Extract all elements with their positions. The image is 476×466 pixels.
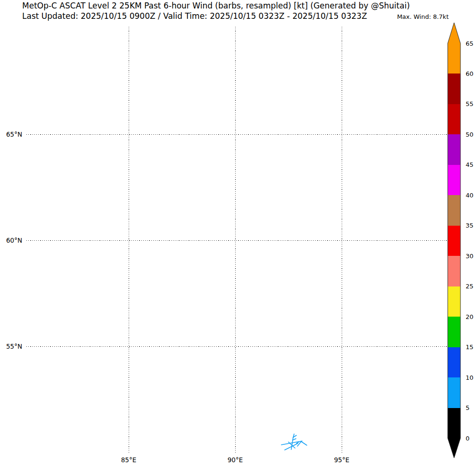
wind-barb-stroke xyxy=(288,442,295,448)
gridline-horizontal xyxy=(26,134,447,135)
colorbar-extend-over-arrow xyxy=(448,23,460,43)
colorbar-segment xyxy=(448,408,460,438)
colorbar-tick-label: 45 xyxy=(466,161,474,168)
colorbar-extend-under-arrow xyxy=(448,438,460,458)
wind-barb-stroke xyxy=(297,441,301,446)
colorbar-tick-label: 30 xyxy=(466,253,474,260)
colorbar-tick-label: 5 xyxy=(466,404,469,411)
gridline-vertical xyxy=(129,27,129,453)
wind-barb-stroke xyxy=(293,439,296,440)
colorbar-tick-label: 35 xyxy=(466,222,474,229)
wind-barb-stroke xyxy=(281,441,302,445)
colorbar-tick-label: 60 xyxy=(466,70,474,77)
wind-barbs-layer xyxy=(0,0,476,466)
colorbar-outline xyxy=(448,23,460,458)
colorbar-segment xyxy=(448,347,460,377)
colorbar-tick-label: 55 xyxy=(466,100,474,107)
chart-subtitle: Last Updated: 2025/10/15 0900Z / Valid T… xyxy=(22,11,367,21)
colorbar-segment xyxy=(448,226,460,256)
colorbar-segment xyxy=(448,134,460,164)
colorbar-segment xyxy=(448,286,460,317)
gridline-vertical xyxy=(235,27,236,453)
gridline-horizontal xyxy=(26,240,447,241)
colorbar-segment xyxy=(448,74,460,104)
colorbar-segment xyxy=(448,377,460,408)
max-wind-label: Max. Wind: 8.7kt xyxy=(397,13,449,20)
colorbar-tick-label: 0 xyxy=(466,435,469,442)
y-tick-label: 65°N xyxy=(0,130,22,139)
colorbar-segment xyxy=(448,43,460,74)
colorbar: 05101520253035404550556065 xyxy=(0,0,476,466)
x-tick-label: 90°E xyxy=(216,456,254,464)
x-tick-label: 85°E xyxy=(110,456,148,464)
wind-barb-stroke xyxy=(285,443,298,450)
y-tick-label: 55°N xyxy=(0,342,22,351)
colorbar-tick-label: 10 xyxy=(466,374,474,381)
gridline-horizontal xyxy=(26,346,447,347)
colorbar-tick-label: 65 xyxy=(466,40,474,47)
chart-title: MetOp-C ASCAT Level 2 25KM Past 6-hour W… xyxy=(22,1,410,11)
colorbar-tick-label: 15 xyxy=(466,343,474,351)
colorbar-tick-label: 40 xyxy=(466,192,474,199)
wind-barb-stroke xyxy=(301,441,307,445)
x-tick-label: 95°E xyxy=(323,456,361,464)
wind-barb-stroke xyxy=(293,435,296,437)
colorbar-tick-label: 50 xyxy=(466,131,474,138)
colorbar-segment xyxy=(448,317,460,347)
colorbar-segment xyxy=(448,195,460,225)
colorbar-segment xyxy=(448,256,460,286)
wind-barb-stroke xyxy=(291,437,293,450)
gridline-vertical xyxy=(342,27,342,453)
y-tick-label: 60°N xyxy=(0,236,22,245)
figure: MetOp-C ASCAT Level 2 25KM Past 6-hour W… xyxy=(0,0,476,466)
colorbar-tick-label: 20 xyxy=(466,313,474,320)
wind-barb-stroke xyxy=(293,434,294,438)
colorbar-segment xyxy=(448,165,460,195)
colorbar-tick-label: 25 xyxy=(466,283,474,290)
wind-barb-stroke xyxy=(296,442,299,443)
colorbar-segment xyxy=(448,104,460,134)
